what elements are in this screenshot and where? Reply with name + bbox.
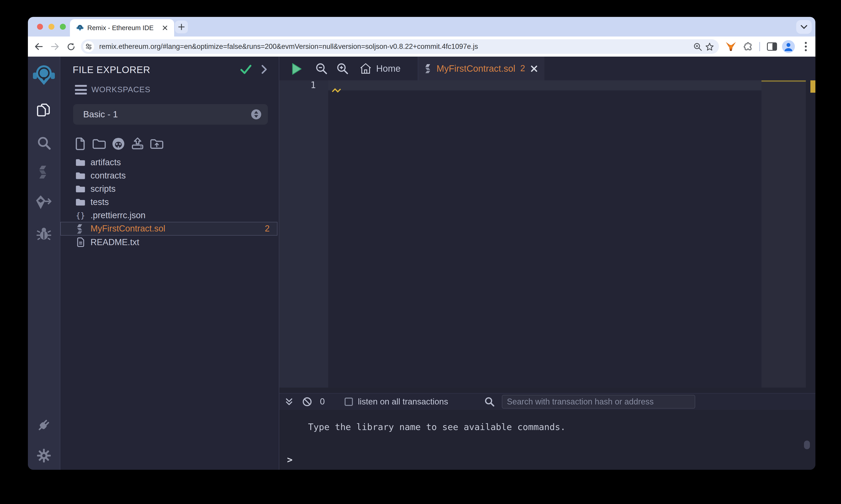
code-editor[interactable]: 1 (279, 80, 816, 388)
tab-close-icon[interactable] (160, 23, 170, 32)
warning-count-badge: 2 (265, 224, 270, 234)
browser-tab[interactable]: Remix - Ethereum IDE (70, 19, 174, 37)
close-tab-icon[interactable] (529, 64, 539, 73)
address-bar[interactable]: remix.ethereum.org/#lang=en&optimize=fal… (81, 39, 719, 54)
reload-button[interactable] (65, 40, 77, 53)
terminal-search-placeholder: Search with transaction hash or address (507, 397, 654, 407)
terminal-prompt[interactable]: > (287, 454, 293, 465)
clear-console-icon[interactable] (302, 394, 312, 410)
editor-overview-ruler[interactable] (806, 80, 816, 388)
editor-minimap[interactable] (761, 80, 806, 388)
editor-content[interactable] (328, 80, 761, 388)
new-tab-button[interactable] (175, 20, 188, 33)
new-file-icon[interactable] (73, 137, 87, 151)
apply-check-icon[interactable] (240, 63, 252, 78)
side-panel-icon[interactable] (766, 40, 778, 53)
tree-row-scripts[interactable]: scripts (60, 182, 279, 195)
current-line-highlight (328, 80, 761, 90)
folder-icon (75, 184, 86, 194)
new-folder-icon[interactable] (92, 137, 106, 151)
folder-icon (75, 170, 86, 181)
workspaces-menu-icon[interactable] (75, 85, 87, 94)
terminal-scrollbar-thumb[interactable] (804, 440, 810, 449)
bookmark-star-icon[interactable] (703, 41, 715, 53)
warning-squiggle (332, 88, 343, 93)
folder-icon (75, 197, 86, 207)
forward-button[interactable] (49, 40, 61, 53)
github-clone-icon[interactable] (111, 137, 125, 151)
panel-title: FILE EXPLORER (73, 65, 150, 75)
terminal-message: Type the library name to see available c… (308, 422, 566, 432)
deploy-run-icon[interactable] (28, 195, 60, 210)
terminal-search-icon (484, 394, 495, 410)
transaction-count: 0 (320, 394, 325, 410)
remix-icon-panel (28, 57, 60, 470)
home-icon (360, 62, 372, 74)
terminal-toolbar: 0 listen on all transactions Search with… (279, 393, 816, 410)
screen: Remix - Ethereum IDE (0, 0, 841, 504)
tab-home[interactable]: Home (360, 57, 401, 80)
macos-traffic-lights (37, 24, 66, 30)
active-tab-filename: MyFirstContract.sol (436, 63, 515, 74)
browser-tabstrip: Remix - Ethereum IDE (28, 17, 816, 37)
json-braces-icon: {} (75, 210, 86, 220)
workspaces-label: WORKSPACES (91, 85, 150, 94)
tree-row-prettierrc[interactable]: {} .prettierrc.json (60, 209, 279, 222)
editor-terminal-area: Home MyFirstContract.sol 2 (279, 57, 816, 470)
workspace-selected-value: Basic - 1 (83, 109, 251, 120)
folder-icon (75, 157, 86, 167)
upload-file-icon[interactable] (131, 137, 144, 151)
tree-row-contracts[interactable]: contracts (60, 169, 279, 182)
site-settings-icon[interactable] (83, 41, 94, 52)
workspace-select[interactable]: Basic - 1 (73, 104, 268, 125)
tree-row-readme[interactable]: README.txt (60, 236, 279, 249)
active-tab-warning-count: 2 (520, 64, 525, 73)
panel-forward-chevron-icon[interactable] (259, 64, 270, 77)
extensions-puzzle-icon[interactable] (741, 40, 754, 53)
remix-logo-icon (28, 64, 60, 87)
zoom-window-button[interactable] (60, 24, 66, 30)
tree-row-tests[interactable]: tests (60, 195, 279, 209)
tab-myfirstcontract-active[interactable]: MyFirstContract.sol 2 (418, 57, 544, 80)
back-button[interactable] (32, 40, 45, 53)
browser-tab-title: Remix - Ethereum IDE (87, 24, 160, 32)
run-script-play-button[interactable] (292, 63, 302, 77)
browser-window: Remix - Ethereum IDE (28, 17, 816, 470)
browser-menu-kebab-icon[interactable] (800, 40, 812, 53)
tree-row-artifacts[interactable]: artifacts (60, 156, 279, 169)
solidity-compiler-icon[interactable] (28, 165, 60, 179)
terminal-search-input[interactable]: Search with transaction hash or address (502, 395, 695, 409)
select-spinner-icon (251, 109, 261, 120)
editor-bottom-gap (279, 388, 816, 393)
solidity-file-icon (425, 63, 432, 74)
file-explorer-panel: FILE EXPLORER WORKSPACES Basic - 1 (60, 57, 279, 470)
listen-transactions-checkbox[interactable] (345, 394, 353, 410)
solidity-file-icon (75, 224, 86, 234)
collapse-terminal-icon[interactable] (284, 394, 294, 410)
file-explorer-icon[interactable] (28, 102, 60, 119)
terminal-output[interactable]: Type the library name to see available c… (279, 410, 816, 470)
profile-avatar[interactable] (782, 40, 795, 53)
zoom-page-icon[interactable] (691, 41, 703, 53)
close-window-button[interactable] (37, 24, 43, 30)
minimap-line-mark (761, 80, 806, 82)
warning-ruler-marker (810, 80, 816, 93)
line-number: 1 (279, 80, 328, 90)
zoom-in-icon[interactable] (336, 62, 349, 75)
metamask-extension-icon[interactable] (724, 40, 737, 53)
search-icon[interactable] (28, 135, 60, 151)
tab-search-chevron-button[interactable] (796, 20, 812, 34)
remix-app: FILE EXPLORER WORKSPACES Basic - 1 (28, 57, 816, 470)
remix-favicon-icon (76, 24, 84, 32)
minimize-window-button[interactable] (49, 24, 54, 30)
zoom-out-icon[interactable] (315, 62, 328, 75)
toolbar-separator (759, 42, 760, 51)
browser-toolbar: remix.ethereum.org/#lang=en&optimize=fal… (28, 37, 816, 57)
settings-gear-icon[interactable] (28, 448, 60, 463)
file-tree: artifacts contracts scripts (60, 156, 279, 249)
url-text[interactable]: remix.ethereum.org/#lang=en&optimize=fal… (99, 42, 691, 51)
tree-row-myfirstcontract-selected[interactable]: MyFirstContract.sol 2 (60, 222, 277, 236)
upload-folder-icon[interactable] (150, 137, 164, 151)
debugger-icon[interactable] (28, 226, 60, 241)
plugin-manager-icon[interactable] (28, 417, 60, 433)
